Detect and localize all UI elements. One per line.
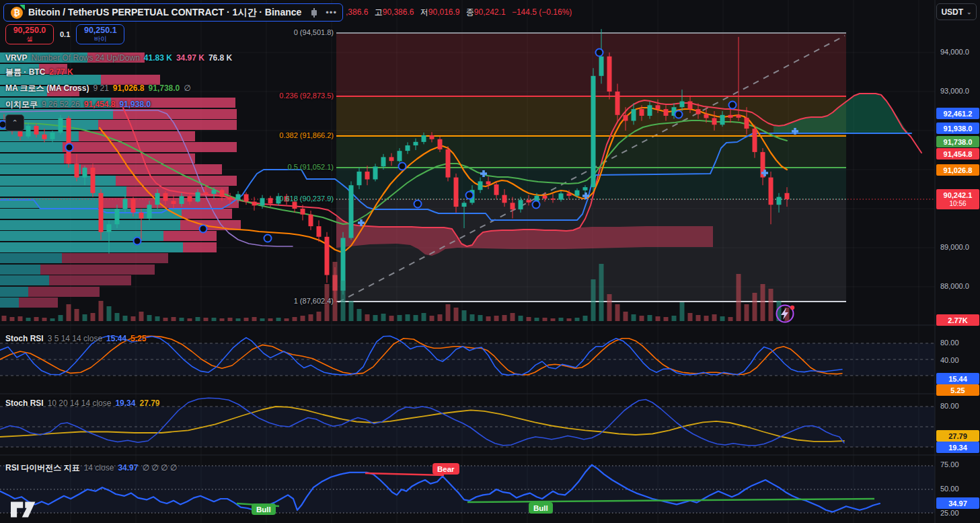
chart-canvas[interactable] [0,0,980,523]
legend-volume[interactable]: 볼륨 · BTC 2.77 K [5,67,73,77]
price-axis-label: 88,000.0 [940,282,969,290]
stoch2-k-value: 19.34 [115,398,135,408]
legend-rsi-divergence[interactable]: RSI 다이버전스 지표 14 close 34.97 ∅ ∅ ∅ ∅ [5,462,177,473]
price-axis-label: 93,000.0 [940,87,969,95]
price-axis-label: 80.00 [940,339,959,347]
fib-level-label: 0.5 (91,052.1) [288,163,334,171]
price-axis-label: 89,000.0 [940,243,969,251]
price-axis-badge: 91,026.8 [936,164,979,176]
symbol-toolbar[interactable]: ₿ Bitcoin / TetherUS PERPETUAL CONTRACT … [3,3,343,22]
price-axis-label: 75.00 [940,460,959,468]
fib-level-label: 0.618 (90,237.9) [279,195,334,203]
stoch1-k-value: 15.44 [106,334,126,343]
price-axis-badge: 5.25 [936,384,979,396]
symbol-title: Bitcoin / TetherUS PERPETUAL CONTRACT · … [28,7,301,19]
sell-button[interactable]: 90,250.0 셀 [5,24,54,44]
buy-button[interactable]: 90,250.1 바이 [76,24,124,44]
price-axis-label: 94,000.0 [940,48,969,56]
bar-countdown: 10:56 [949,200,966,208]
price-axis-badge: 92,461.2 [936,108,979,119]
high-label: 고 [375,7,383,17]
change-value: −144.5 (−0.16%) [512,7,572,17]
current-price-badge: 90,242.1 10:56 [936,189,979,209]
low-label: 저 [420,7,428,17]
fib-level-label: 0.382 (91,866.2) [279,131,334,139]
chevron-down-icon: ⌄ [967,9,972,15]
tradingview-log o[interactable] [11,501,36,518]
spread-value: 0.1 [60,30,70,38]
candle-style-icon[interactable] [311,8,317,18]
vrvp-down-value: 34.97 K [176,53,204,63]
rsi-value: 34.97 [118,463,138,473]
price-axis-label: 40.00 [940,356,959,364]
ichimoku-base-value: 91,454.8 [84,100,116,109]
price-axis-label: 50.00 [940,485,959,493]
collapse-legend-button[interactable]: ⌃ [5,114,24,131]
stoch1-d-value: 5.25 [130,334,146,343]
vrvp-up-value: 41.83 K [144,53,172,63]
fib-level-label: 0.236 (92,873.5) [279,92,334,100]
ma-fast-value: 91,026.8 [113,83,145,93]
price-axis-badge: 15.44 [936,373,979,384]
null-icon: ∅ [184,83,190,93]
fib-level-label: 0 (94,501.8) [294,28,334,36]
bull-badge: Bull [529,502,553,514]
ohlc-readout: ,386.6 고90,386.6 저90,016.9 종90,242.1 −14… [346,7,572,18]
legend-ichimoku[interactable]: 이치모쿠 9 26 52 26 91,454.8 91,938.0 [5,99,151,110]
more-options-icon[interactable]: ••• [326,7,337,18]
boost-lightning-icon[interactable] [774,302,797,325]
ma-slow-value: 91,738.0 [149,83,180,93]
legend-stoch-rsi-2[interactable]: Stoch RSI 10 20 14 14 close 19.34 27.79 [5,398,159,409]
stoch2-d-value: 27.79 [139,398,159,408]
legend-ma-cross[interactable]: MA 크로스 (MA Cross) 9 21 91,026.8 91,738.0… [5,83,191,94]
vrvp-total-value: 76.8 K [209,53,232,63]
bull-badge: Bull [252,503,276,515]
trading-chart-app: ₿ Bitcoin / TetherUS PERPETUAL CONTRACT … [0,0,980,523]
legend-stoch-rsi-1[interactable]: Stoch RSI 3 5 14 14 close 15.44 5.25 [5,333,146,344]
price-axis-label: 80.00 [940,402,959,410]
price-axis-badge: 91,938.0 [936,123,979,134]
price-axis-badge: 91,454.8 [936,148,979,160]
bear-badge: Bear [432,463,459,475]
legend-vrvp[interactable]: VRVP Number Of Rows 24 Up/Down 41.83 K 3… [5,53,232,63]
order-panel: 90,250.0 셀 0.1 90,250.1 바이 [5,24,124,44]
price-axis-badge: 19.34 [936,442,979,453]
fib-level-label: 1 (87,602.4) [294,297,334,305]
price-axis-badge: 34.97 [936,497,979,509]
price-axis-badge: 27.79 [936,430,979,442]
volume-value: 2.77 K [49,67,73,77]
price-axis-badge: 91,738.0 [936,136,979,147]
btc-logo-icon: ₿ [11,7,23,19]
price-axis-label: 25.00 [940,509,959,517]
currency-dropdown[interactable]: USDT⌄ [936,3,977,20]
ichimoku-conv-value: 91,938.0 [119,100,151,109]
null-icons: ∅ ∅ ∅ ∅ [142,463,177,473]
price-axis-badge: 2.77K [936,314,979,326]
close-label: 종 [466,7,474,17]
